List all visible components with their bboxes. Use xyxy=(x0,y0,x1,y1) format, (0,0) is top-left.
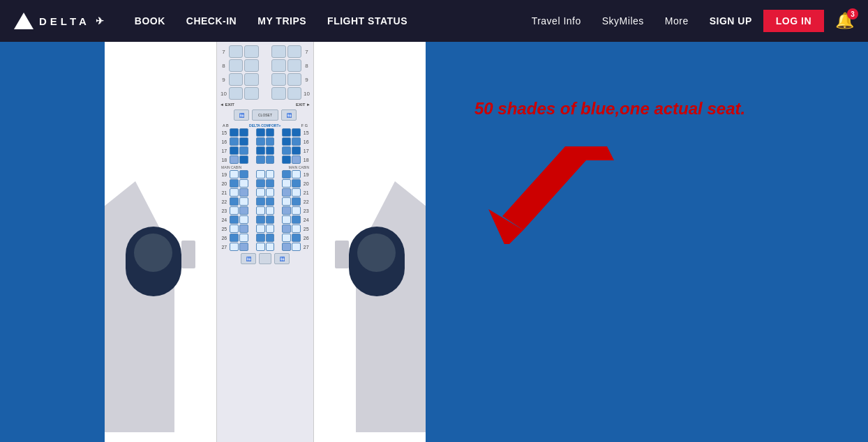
seat-10B[interactable] xyxy=(244,87,258,100)
seat-23C[interactable] xyxy=(256,206,265,215)
seat-19D[interactable] xyxy=(266,170,275,178)
seat-16A[interactable] xyxy=(230,137,239,146)
seat-19E[interactable] xyxy=(282,170,291,178)
seat-18D[interactable] xyxy=(266,155,275,164)
seat-8F[interactable] xyxy=(287,59,301,72)
seat-21E[interactable] xyxy=(282,188,291,197)
seat-17B[interactable] xyxy=(239,146,248,155)
seat-15D[interactable] xyxy=(266,128,275,137)
seat-23B[interactable] xyxy=(239,206,248,215)
seat-24A[interactable] xyxy=(230,215,239,224)
seat-7E[interactable] xyxy=(271,45,285,58)
nav-skymiles[interactable]: SkyMiles xyxy=(602,15,644,26)
seat-22A[interactable] xyxy=(230,197,239,206)
seat-27C[interactable] xyxy=(256,243,265,251)
seat-23F[interactable] xyxy=(292,206,301,215)
seat-16F[interactable] xyxy=(292,137,301,146)
seat-26C[interactable] xyxy=(256,234,265,242)
seat-25B[interactable] xyxy=(239,224,248,233)
seat-25A[interactable] xyxy=(230,224,239,233)
seat-17F[interactable] xyxy=(292,146,301,155)
nav-travelinfo[interactable]: Travel Info xyxy=(532,15,581,26)
seat-22C[interactable] xyxy=(256,197,265,206)
seat-26B[interactable] xyxy=(239,234,248,242)
seat-9B[interactable] xyxy=(244,73,258,86)
delta-logo[interactable]: DELTA ✈ xyxy=(14,13,107,29)
seat-7A[interactable] xyxy=(229,45,243,58)
seat-16E[interactable] xyxy=(282,137,291,146)
nav-book[interactable]: BOOK xyxy=(135,15,165,26)
seat-10E[interactable] xyxy=(271,87,285,100)
seat-23E[interactable] xyxy=(282,206,291,215)
seat-19F[interactable] xyxy=(292,170,301,178)
seat-26A[interactable] xyxy=(230,234,239,242)
seat-25D[interactable] xyxy=(266,224,275,233)
seat-18A[interactable] xyxy=(230,155,239,164)
seat-8E[interactable] xyxy=(271,59,285,72)
seat-25C[interactable] xyxy=(256,224,265,233)
seat-24F[interactable] xyxy=(292,215,301,224)
seat-27A[interactable] xyxy=(230,243,239,251)
seat-15A[interactable] xyxy=(230,128,239,137)
seat-27B[interactable] xyxy=(239,243,248,251)
seat-24D[interactable] xyxy=(266,215,275,224)
seat-17A[interactable] xyxy=(230,146,239,155)
seat-9F[interactable] xyxy=(287,73,301,86)
seat-27F[interactable] xyxy=(292,243,301,251)
seat-23D[interactable] xyxy=(266,206,275,215)
seat-20F[interactable] xyxy=(292,179,301,188)
seat-15B[interactable] xyxy=(239,128,248,137)
seat-27E[interactable] xyxy=(282,243,291,251)
seat-17E[interactable] xyxy=(282,146,291,155)
seat-24E[interactable] xyxy=(282,215,291,224)
login-button[interactable]: LOG IN xyxy=(763,10,824,32)
seat-8A[interactable] xyxy=(229,59,243,72)
nav-checkin[interactable]: CHECK-IN xyxy=(186,15,237,26)
seat-9A[interactable] xyxy=(229,73,243,86)
seat-24C[interactable] xyxy=(256,215,265,224)
seat-19A[interactable] xyxy=(230,170,239,178)
seat-18F[interactable] xyxy=(292,155,301,164)
seat-21D[interactable] xyxy=(266,188,275,197)
seat-21A[interactable] xyxy=(230,188,239,197)
seat-18C[interactable] xyxy=(256,155,265,164)
seat-15E[interactable] xyxy=(282,128,291,137)
seat-17C[interactable] xyxy=(256,146,265,155)
seat-21F[interactable] xyxy=(292,188,301,197)
seat-25E[interactable] xyxy=(282,224,291,233)
seat-20C[interactable] xyxy=(256,179,265,188)
seat-26D[interactable] xyxy=(266,234,275,242)
seat-15F[interactable] xyxy=(292,128,301,137)
seat-18E[interactable] xyxy=(282,155,291,164)
nav-mytrips[interactable]: MY TRIPS xyxy=(257,15,306,26)
seat-18B[interactable] xyxy=(239,155,248,164)
seat-22E[interactable] xyxy=(282,197,291,206)
seat-20A[interactable] xyxy=(230,179,239,188)
notification-bell[interactable]: 🔔 3 xyxy=(835,12,854,30)
seat-22D[interactable] xyxy=(266,197,275,206)
seat-16D[interactable] xyxy=(266,137,275,146)
seat-19B[interactable] xyxy=(239,170,248,178)
seat-26F[interactable] xyxy=(292,234,301,242)
seat-16C[interactable] xyxy=(256,137,265,146)
seat-8B[interactable] xyxy=(244,59,258,72)
seat-24B[interactable] xyxy=(239,215,248,224)
seat-7B[interactable] xyxy=(244,45,258,58)
seat-22F[interactable] xyxy=(292,197,301,206)
seat-7F[interactable] xyxy=(287,45,301,58)
signup-button[interactable]: SIGN UP xyxy=(710,15,752,26)
seat-10F[interactable] xyxy=(287,87,301,100)
seat-17D[interactable] xyxy=(266,146,275,155)
seat-10A[interactable] xyxy=(229,87,243,100)
seat-27D[interactable] xyxy=(266,243,275,251)
seat-21C[interactable] xyxy=(256,188,265,197)
seat-20E[interactable] xyxy=(282,179,291,188)
seat-15C[interactable] xyxy=(256,128,265,137)
seat-25F[interactable] xyxy=(292,224,301,233)
nav-more[interactable]: More xyxy=(665,15,689,26)
seat-21B[interactable] xyxy=(239,188,248,197)
seat-16B[interactable] xyxy=(239,137,248,146)
seat-23A[interactable] xyxy=(230,206,239,215)
nav-flightstatus[interactable]: FLIGHT STATUS xyxy=(327,15,407,26)
seat-20D[interactable] xyxy=(266,179,275,188)
